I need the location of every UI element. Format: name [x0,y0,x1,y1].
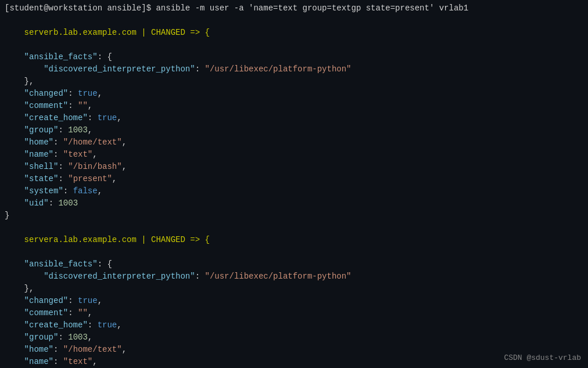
block-close-1: } [5,210,583,222]
shell-key-1: "shell": "/bin/bash", [5,161,583,173]
terminal-window: [student@workstation ansible]$ ansible -… [0,0,588,368]
command-line: [student@workstation ansible]$ ansible -… [5,2,583,15]
ansible-facts-key-1: "ansible_facts": { [5,51,583,63]
comment-key-2: "comment": "", [5,307,583,319]
discovered-interpreter-1: "discovered_interpreter_python": "/usr/l… [5,63,583,75]
changed-key-1: "changed": true, [5,88,583,100]
facts-close-2: }, [5,283,583,295]
create-home-key-2: "create_home": true, [5,319,583,331]
home-key-2: "home": "/home/text", [5,344,583,356]
state-key-1: "state": "present", [5,173,583,185]
comment-key-1: "comment": "", [5,100,583,112]
facts-close-1: }, [5,75,583,88]
host-line-2: servera.lab.example.com | CHANGED => { [5,222,583,258]
group-key-1: "group": 1003, [5,124,583,136]
name-key-1: "name": "text", [5,149,583,161]
changed-key-2: "changed": true, [5,295,583,307]
host-line-1: serverb.lab.example.com | CHANGED => { [5,15,583,51]
host-changed-2: servera.lab.example.com | CHANGED => { [24,235,210,244]
system-key-1: "system": false, [5,185,583,197]
discovered-interpreter-2: "discovered_interpreter_python": "/usr/l… [5,270,583,283]
ansible-facts-key-2: "ansible_facts": { [5,258,583,270]
home-key-1: "home": "/home/text", [5,136,583,149]
create-home-key-1: "create_home": true, [5,112,583,124]
host-changed-1: serverb.lab.example.com | CHANGED => { [24,28,210,37]
watermark: CSDN @sdust-vrlab [504,352,581,364]
group-key-2: "group": 1003, [5,331,583,344]
name-key-2: "name": "text", [5,356,583,368]
uid-key-1: "uid": 1003 [5,197,583,210]
